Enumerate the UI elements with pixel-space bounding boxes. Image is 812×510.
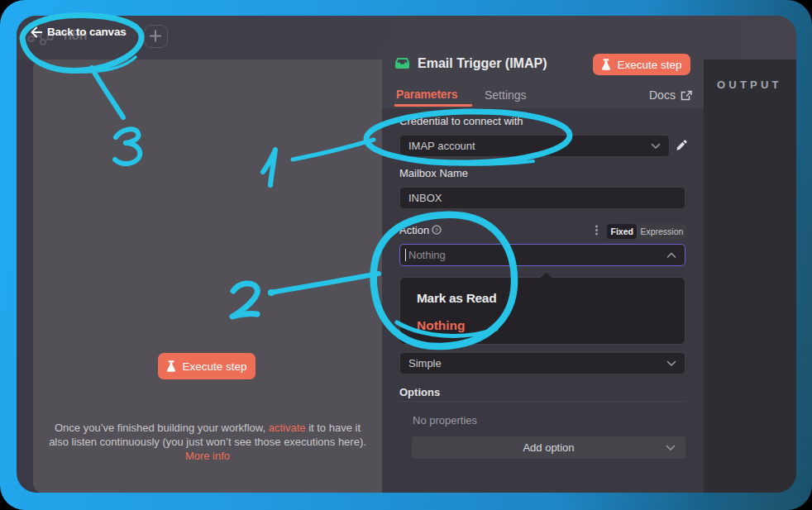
svg-text:?: ? [435,226,439,234]
